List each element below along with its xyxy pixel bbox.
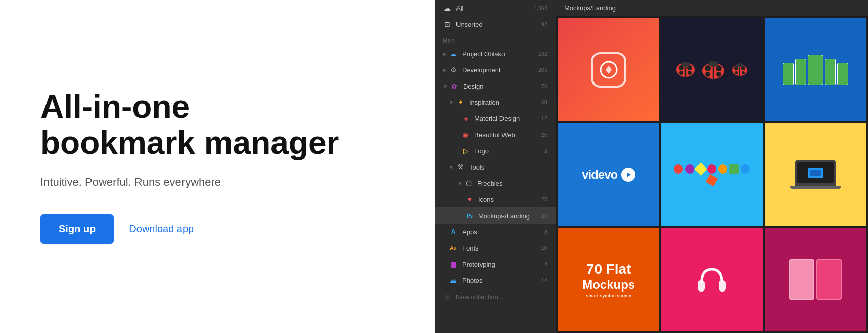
ps-icon: Ps xyxy=(465,211,474,220)
sidebar-item-count: 2 xyxy=(544,148,547,154)
marketing-content: All-in-onebookmark manager Intuitive. Po… xyxy=(40,89,339,244)
flat-mockups-text: 70 Flat Mockups smart symbol screen xyxy=(582,260,635,299)
grid-item-4[interactable]: videvo xyxy=(558,123,659,226)
sidebar-item-photos[interactable]: ⛰ Photos 14 xyxy=(435,272,556,288)
svg-rect-26 xyxy=(719,280,726,292)
sidebar-item-tools[interactable]: ▼ ⚒ Tools xyxy=(435,159,556,175)
flower-icon: ✿ xyxy=(450,81,459,91)
svg-point-21 xyxy=(736,63,743,67)
videvo-wordmark: videvo xyxy=(582,168,617,182)
grid-item-1[interactable] xyxy=(558,18,659,121)
ladybug-2 xyxy=(701,58,726,81)
phone-mockups xyxy=(783,55,848,85)
chevron-down-icon: ▼ xyxy=(449,100,454,105)
sidebar-item-all[interactable]: ☁ All 1,368 xyxy=(435,0,556,16)
sidebar-item-label: Design xyxy=(463,82,541,90)
sidebar-item-label: Apps xyxy=(462,228,544,236)
sidebar-item-count: 14 xyxy=(541,277,547,283)
svg-point-6 xyxy=(688,71,692,75)
laptop-screen xyxy=(795,160,836,186)
music-content xyxy=(661,228,762,331)
chevron-right-icon: ▶ xyxy=(443,51,447,57)
headphones-icon xyxy=(692,259,732,300)
svg-point-11 xyxy=(716,65,722,71)
star-icon: ✦ xyxy=(456,98,465,107)
sidebar-item-fonts[interactable]: Au Fonts 10 xyxy=(435,240,556,256)
app-icon-shape xyxy=(591,52,626,88)
content-area: Mockups/Landing xyxy=(556,0,868,333)
sidebar-item-beautiful-web[interactable]: ◉ Beautiful Web 25 xyxy=(435,127,556,143)
laptop-keyboard-base xyxy=(790,186,841,189)
sidebar-item-unsorted[interactable]: ⊡ Unsorted 92 xyxy=(435,16,556,32)
phone-4 xyxy=(825,59,836,85)
pink-phone-2 xyxy=(816,259,842,300)
breadcrumb-path: Mockups/Landing xyxy=(564,4,616,12)
ladybug-3 xyxy=(731,61,749,78)
phone-3 xyxy=(808,55,823,85)
sidebar-item-mockups-landing[interactable]: Ps Mockups/Landing 23 xyxy=(435,207,556,224)
sidebar-item-label: New collection... xyxy=(456,293,547,301)
sidebar-item-label: Logo xyxy=(474,147,544,155)
sidebar-item-project-oblako[interactable]: ▶ ☁ Project Oblako 132 xyxy=(435,46,556,62)
color-ball-3 xyxy=(707,164,716,174)
sidebar-item-count: 92 xyxy=(541,21,547,27)
sidebar-item-logo[interactable]: ▷ Logo 2 xyxy=(435,143,556,159)
photos-icon: ⛰ xyxy=(449,276,458,285)
laptop-mockup xyxy=(790,160,841,189)
grid-item-5[interactable] xyxy=(661,123,762,226)
grid-item-7[interactable]: 70 Flat Mockups smart symbol screen xyxy=(558,228,659,331)
sidebar-item-prototyping[interactable]: ▦ Prototyping 4 xyxy=(435,256,556,272)
grid-item-9[interactable] xyxy=(765,228,866,331)
chevron-right-icon: ▶ xyxy=(443,67,447,73)
color-shape-1 xyxy=(695,162,707,175)
colorful-objects xyxy=(665,160,758,189)
heart-icon: ♥ xyxy=(465,195,474,204)
flat-mockups-subtext: smart symbol screen xyxy=(582,293,635,299)
pink-content xyxy=(789,259,842,300)
sidebar-item-count: 10 xyxy=(541,245,547,251)
sidebar-item-count: 25 xyxy=(541,196,547,202)
cta-buttons: Sign up Download app xyxy=(40,214,339,244)
sidebar: ☁ All 1,368 ⊡ Unsorted 92 Main ▶ ☁ Proje… xyxy=(435,0,556,333)
svg-marker-22 xyxy=(627,172,631,177)
sidebar-item-label: Prototyping xyxy=(462,261,544,268)
sidebar-item-freebies[interactable]: ▼ ⬡ Freebies xyxy=(435,175,556,191)
sidebar-item-inspiration[interactable]: ▼ ✦ Inspiration 68 xyxy=(435,94,556,110)
bookmark-grid: videvo xyxy=(556,16,868,333)
material-icon: ◈ xyxy=(461,114,470,123)
sidebar-item-label: Fonts xyxy=(462,244,541,252)
phone-5 xyxy=(837,63,848,85)
sidebar-item-new-collection[interactable]: ⊞ New collection... xyxy=(435,288,556,305)
grid-item-8[interactable] xyxy=(661,228,762,331)
grid-item-6[interactable] xyxy=(765,123,866,226)
chevron-down-icon: ▼ xyxy=(449,164,454,170)
sidebar-item-icons[interactable]: ♥ Icons 25 xyxy=(435,191,556,207)
svg-rect-25 xyxy=(698,280,705,292)
sidebar-item-material-design[interactable]: ◈ Material Design 12 xyxy=(435,110,556,127)
chevron-down-icon: ▼ xyxy=(443,84,448,89)
sidebar-item-development[interactable]: ▶ ⚙ Development 205 xyxy=(435,62,556,78)
chevron-down-icon: ▼ xyxy=(457,181,462,186)
svg-rect-24 xyxy=(810,170,821,176)
color-ball-4 xyxy=(718,164,727,174)
sidebar-item-label: Icons xyxy=(478,196,541,203)
sidebar-item-label: Tools xyxy=(469,163,547,171)
sidebar-item-label: Mockups/Landing xyxy=(478,212,541,220)
gear-icon: ⚙ xyxy=(449,65,458,74)
grid-item-3[interactable] xyxy=(765,18,866,121)
sidebar-item-apps[interactable]: A Apps 8 xyxy=(435,224,556,240)
grid-item-2[interactable] xyxy=(661,18,762,121)
sidebar-item-count: 205 xyxy=(538,67,547,73)
svg-point-5 xyxy=(679,71,683,75)
sidebar-item-design[interactable]: ▼ ✿ Design 76 xyxy=(435,78,556,94)
sidebar-item-count: 1,368 xyxy=(533,5,547,11)
sidebar-item-label: Photos xyxy=(462,277,541,284)
sidebar-item-count: 132 xyxy=(538,51,547,57)
pink-phone-1 xyxy=(789,259,814,300)
download-button[interactable]: Download app xyxy=(129,223,194,235)
cloud-blue-icon: ☁ xyxy=(449,49,458,58)
sidebar-item-label: All xyxy=(456,5,533,12)
svg-point-13 xyxy=(716,72,721,77)
signup-button[interactable]: Sign up xyxy=(40,214,114,244)
marketing-section: All-in-onebookmark manager Intuitive. Po… xyxy=(0,0,435,333)
